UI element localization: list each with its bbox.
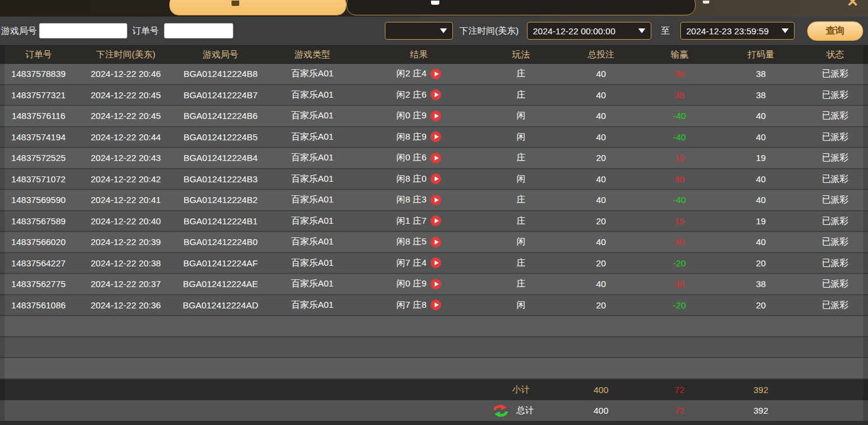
header-bet-time: 下注时间(美东) — [77, 49, 175, 60]
cell-status: 已派彩 — [802, 110, 868, 121]
header-round-no: 游戏局号 — [175, 49, 266, 60]
cell-play-type: 庄 — [480, 215, 562, 227]
table-body: 14837578839 2024-12-22 20:46 BGA01241222… — [0, 64, 868, 316]
table-row: 14837569590 2024-12-22 20:41 BGA01241222… — [0, 190, 868, 211]
replay-icon[interactable] — [430, 300, 441, 310]
caret-down-icon — [638, 28, 645, 33]
result-text: 闲7 庄8 — [397, 300, 427, 311]
cell-total-bet: 40 — [562, 111, 639, 121]
cell-order-no: 14837567589 — [0, 216, 77, 226]
replay-icon[interactable] — [430, 195, 441, 205]
cell-bet-time: 2024-12-22 20:43 — [77, 153, 175, 163]
refresh-icon[interactable] — [493, 404, 509, 418]
cell-rolling: 19 — [719, 153, 802, 163]
table-row: 14837561086 2024-12-22 20:36 BGA01241222… — [0, 295, 868, 317]
header-play-type: 玩法 — [480, 49, 562, 60]
cell-status: 已派彩 — [802, 257, 868, 269]
cell-bet-time: 2024-12-22 20:45 — [77, 111, 175, 121]
cell-game-type: 百家乐A01 — [266, 152, 358, 163]
round-no-input[interactable] — [39, 23, 127, 38]
cell-status: 已派彩 — [802, 300, 868, 311]
cell-rolling: 20 — [719, 258, 802, 268]
cell-total-bet: 40 — [562, 279, 639, 289]
replay-icon[interactable] — [430, 111, 441, 121]
tab-secondary[interactable] — [346, 0, 696, 15]
cell-round-no: BGA012412224B7 — [175, 90, 266, 100]
cell-game-type: 百家乐A01 — [266, 300, 358, 311]
cell-order-no: 14837566020 — [0, 237, 77, 247]
cell-game-type: 百家乐A01 — [266, 131, 358, 143]
cell-order-no: 14837577321 — [0, 90, 77, 100]
replay-icon[interactable] — [430, 173, 441, 184]
replay-icon[interactable] — [430, 89, 441, 100]
cell-result: 闲8 庄9 — [358, 131, 480, 143]
cell-play-type: 庄 — [480, 257, 562, 269]
replay-icon[interactable] — [430, 237, 441, 247]
cell-round-no: BGA012412224AE — [175, 279, 266, 289]
cell-rolling: 40 — [719, 111, 802, 121]
cell-bet-time: 2024-12-22 20:36 — [77, 300, 175, 310]
cell-play-type: 闲 — [480, 236, 562, 247]
header-total-bet: 总投注 — [562, 49, 639, 60]
cell-round-no: BGA012412224B4 — [175, 153, 266, 163]
cell-total-bet: 40 — [562, 69, 639, 79]
tab-bet-records-active[interactable] — [169, 0, 346, 15]
cell-result: 闲0 庄9 — [358, 110, 480, 121]
subtotal-label: 小计 — [480, 384, 562, 395]
cell-order-no: 14837572525 — [0, 153, 77, 163]
cell-play-type: 庄 — [480, 152, 562, 163]
cell-order-no: 14837578839 — [0, 69, 77, 79]
query-button[interactable]: 查询 — [807, 21, 863, 41]
date-to-select[interactable]: 2024-12-23 23:59:59 — [680, 22, 795, 40]
cell-play-type: 庄 — [480, 89, 562, 101]
cell-order-no: 14837569590 — [0, 195, 77, 205]
cell-win-loss: 19 — [639, 216, 719, 226]
replay-icon[interactable] — [430, 257, 441, 268]
cell-result: 闲2 庄4 — [358, 68, 480, 79]
cell-result: 闲8 庄5 — [358, 236, 480, 247]
cell-bet-time: 2024-12-22 20:41 — [77, 195, 175, 205]
close-icon[interactable]: ✕ — [847, 0, 859, 10]
cell-order-no: 14837574194 — [0, 132, 77, 142]
order-no-label: 订单号 — [132, 25, 159, 37]
cell-status: 已派彩 — [802, 194, 868, 205]
replay-icon[interactable] — [430, 279, 441, 289]
cell-result: 闲7 庄4 — [358, 257, 480, 269]
header-status: 状态 — [802, 49, 868, 60]
header-game-type: 游戏类型 — [266, 49, 358, 60]
cell-round-no: BGA012412224B8 — [175, 69, 266, 79]
replay-icon[interactable] — [430, 69, 441, 79]
result-text: 闲0 庄6 — [397, 152, 427, 163]
cell-bet-time: 2024-12-22 20:46 — [77, 69, 175, 79]
game-type-select[interactable] — [385, 22, 453, 40]
cell-rolling: 38 — [719, 90, 802, 100]
cell-play-type: 闲 — [480, 173, 562, 185]
result-text: 闲8 庄5 — [397, 236, 427, 247]
cell-rolling: 40 — [719, 195, 802, 205]
cell-total-bet: 40 — [562, 195, 639, 205]
cell-order-no: 14837562775 — [0, 279, 77, 289]
caret-down-icon — [440, 28, 447, 33]
date-from-select[interactable]: 2024-12-22 00:00:00 — [527, 22, 651, 40]
replay-icon[interactable] — [430, 215, 441, 226]
cell-round-no: BGA012412224AD — [175, 300, 266, 310]
cell-bet-time: 2024-12-22 20:38 — [77, 258, 175, 268]
cell-total-bet: 40 — [562, 174, 639, 184]
replay-icon[interactable] — [430, 153, 441, 163]
table-row: 14837578839 2024-12-22 20:46 BGA01241222… — [0, 64, 868, 85]
header-order-no: 订单号 — [0, 49, 77, 60]
cell-rolling: 40 — [719, 132, 802, 142]
order-no-input[interactable] — [164, 23, 233, 38]
subtotal-total-bet: 400 — [562, 385, 639, 395]
cell-play-type: 庄 — [480, 278, 562, 289]
cell-round-no: BGA012412224B3 — [175, 174, 266, 184]
cell-win-loss: -20 — [639, 300, 719, 310]
cell-game-type: 百家乐A01 — [266, 173, 358, 185]
cell-win-loss: 40 — [639, 237, 719, 247]
cell-play-type: 闲 — [480, 300, 562, 311]
cell-total-bet: 20 — [562, 258, 639, 268]
cell-win-loss: 19 — [639, 153, 719, 163]
cell-total-bet: 20 — [562, 300, 639, 310]
cell-rolling: 20 — [719, 300, 802, 310]
replay-icon[interactable] — [430, 131, 441, 142]
